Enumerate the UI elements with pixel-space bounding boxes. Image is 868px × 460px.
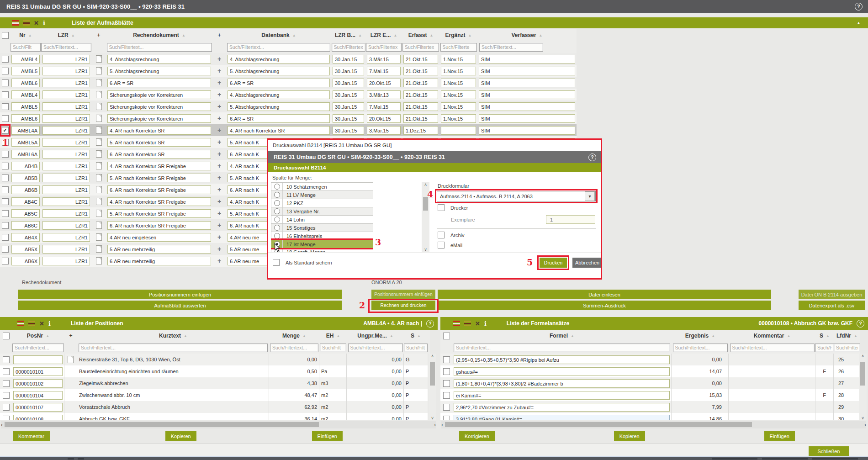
- select-all-checkbox[interactable]: [3, 333, 10, 339]
- cell-verfasser[interactable]: SIM: [479, 114, 575, 123]
- action-button[interactable]: Positionsnummern einfügen: [18, 290, 342, 299]
- filter-input-s[interactable]: [815, 344, 834, 352]
- cell-nr[interactable]: AMBL6: [11, 114, 40, 123]
- column-header-lzr-e[interactable]: LZR E...▲: [365, 29, 402, 41]
- action-button[interactable]: Aufmaßblatt auswerten: [18, 301, 342, 310]
- cell-rechendokument[interactable]: 6.AR = SR: [107, 79, 211, 87]
- scroll-up-icon[interactable]: ∧: [424, 182, 427, 187]
- scroll-down-icon[interactable]: ∨: [431, 416, 434, 420]
- filter-input-lzr[interactable]: [41, 43, 91, 52]
- action-button[interactable]: Summen-Ausdruck: [438, 301, 771, 310]
- radio-icon[interactable]: [274, 192, 280, 198]
- row-icon-cell[interactable]: [64, 413, 77, 420]
- cell-rechendokument[interactable]: 5. AR nach Korrektur SR Freigabe: [107, 174, 211, 182]
- cell-erfasst[interactable]: 21.Okt.15: [403, 114, 438, 123]
- row-checkbox[interactable]: [3, 392, 10, 399]
- cell-ergebnis[interactable]: 14,86: [672, 413, 729, 420]
- row-checkbox[interactable]: [443, 416, 450, 421]
- cell-menge[interactable]: 0,50: [269, 365, 319, 377]
- row-checkbox[interactable]: [2, 56, 9, 63]
- standard-checkbox[interactable]: [273, 259, 280, 266]
- positions-horizontal-scrollbar[interactable]: ‹ ›: [1, 421, 436, 428]
- cell-lzr[interactable]: LZR1: [42, 197, 90, 206]
- table-row[interactable]: ✓ AMBL4A LZR1 4. AR nach Korrektur SR + …: [0, 124, 577, 136]
- row-icon-cell[interactable]: [64, 365, 77, 377]
- row-checkbox[interactable]: [3, 416, 10, 421]
- abbrechen-button[interactable]: Abbrechen: [572, 258, 601, 268]
- cell-ungpr[interactable]: 0,00: [347, 389, 404, 401]
- row-checkbox[interactable]: [3, 380, 10, 387]
- cell-lzr-e[interactable]: 7.Mai.15: [367, 67, 401, 75]
- help-icon[interactable]: ?: [588, 153, 596, 161]
- cell-lzr[interactable]: LZR1: [42, 257, 90, 265]
- cell-erfasst[interactable]: 21.Okt.15: [403, 67, 438, 75]
- cell-lzr[interactable]: LZR1: [42, 102, 90, 111]
- filter-input-kurztext[interactable]: [79, 344, 268, 352]
- cell-kommentar[interactable]: [729, 389, 815, 401]
- close-icon[interactable]: ✕: [34, 20, 39, 26]
- column-header-ungpr[interactable]: Ungpr.Me...▲: [347, 330, 404, 342]
- plus-icon[interactable]: +: [217, 234, 221, 240]
- cell-lzr[interactable]: LZR1: [42, 233, 90, 242]
- plus-icon[interactable]: +: [217, 186, 221, 193]
- formula-row[interactable]: 2,96*2,70 #Vorzimmer zu Zubau#= 7,99 29: [440, 401, 860, 413]
- panel-button[interactable]: Kommentar: [13, 431, 50, 441]
- cell-nr[interactable]: AMBL6: [11, 79, 40, 87]
- column-header-lzr[interactable]: LZR▲: [41, 29, 91, 41]
- cell-eh[interactable]: [319, 354, 347, 365]
- cell-ergebnis[interactable]: 14,07: [672, 365, 729, 377]
- column-header-plus[interactable]: +: [64, 330, 77, 342]
- cell-rechendokument[interactable]: Sicherungskopie vor Korrekturen: [107, 114, 211, 123]
- cell-verfasser[interactable]: SIM: [479, 102, 575, 111]
- cell-lzr[interactable]: LZR1: [42, 221, 90, 230]
- cell-lzr-e[interactable]: 20.Okt.15: [367, 79, 401, 87]
- cell-ergebnis[interactable]: 15,83: [672, 389, 729, 401]
- plus-icon[interactable]: +: [217, 151, 221, 157]
- column-header-datenbank[interactable]: Datenbank▲: [226, 29, 331, 41]
- cell-lzr[interactable]: LZR1: [42, 174, 90, 182]
- cell-ergaenzt[interactable]: 1.Nov.15: [441, 102, 476, 111]
- cell-ungpr[interactable]: 0,00: [347, 401, 404, 413]
- cell-rechendokument[interactable]: Sicherungskopie vor Korrekturen: [107, 90, 211, 99]
- document-icon[interactable]: [96, 210, 102, 217]
- row-checkbox[interactable]: [2, 210, 9, 217]
- cell-formel[interactable]: 3,91*3,80 #Gang 01 Kamin#=: [454, 415, 670, 421]
- scroll-left-icon[interactable]: ‹: [1, 422, 3, 428]
- cell-rechendokument[interactable]: 5. Abschlagsrechnung: [107, 67, 211, 75]
- plus-icon[interactable]: +: [217, 127, 221, 133]
- row-checkbox[interactable]: [2, 246, 9, 253]
- row-checkbox[interactable]: [443, 368, 450, 375]
- filter-input-erfasst[interactable]: [402, 43, 439, 52]
- scroll-down-icon[interactable]: ∨: [861, 416, 864, 420]
- cell-verfasser[interactable]: SIM: [479, 90, 575, 99]
- cell-s[interactable]: G: [404, 354, 428, 365]
- cell-eh[interactable]: m2: [319, 389, 347, 401]
- menge-option[interactable]: 13 Vergabe Nr.: [271, 207, 373, 215]
- plus-icon[interactable]: +: [217, 79, 221, 86]
- cell-posnr[interactable]: 0000010108: [13, 415, 63, 421]
- filter-input-eh[interactable]: [320, 344, 346, 352]
- flag-olive-icon[interactable]: [23, 20, 30, 26]
- formula-row[interactable]: (1,80+1,80+0,47)*(3,98+3,80)/2 #Badezimm…: [440, 377, 860, 389]
- cell-datenbank[interactable]: 4. Abschlagsrechnung: [228, 90, 330, 99]
- document-icon[interactable]: [96, 138, 102, 146]
- plus-icon[interactable]: +: [217, 222, 221, 228]
- positions-vertical-scrollbar[interactable]: ∧ ∨: [429, 354, 436, 420]
- cell-lzr-e[interactable]: 3.Mär.15: [367, 126, 401, 135]
- table-row[interactable]: AMBL4 LZR1 4. Abschlagsrechnung + 4. Abs…: [0, 53, 577, 65]
- cell-lzr-b[interactable]: 30.Jan.15: [333, 67, 364, 75]
- plus-icon[interactable]: +: [217, 246, 221, 252]
- document-icon[interactable]: [96, 55, 102, 63]
- filter-input-formel[interactable]: [454, 344, 670, 352]
- cell-eh[interactable]: m3: [319, 377, 347, 389]
- filter-input-datenbank[interactable]: [227, 43, 330, 52]
- cell-datenbank[interactable]: 4. AR nach Korrektur SR: [228, 126, 330, 135]
- help-icon[interactable]: ?: [855, 3, 863, 11]
- table-row[interactable]: AMBL5 LZR1 5. Abschlagsrechnung + 5. Abs…: [0, 65, 577, 77]
- row-icon-cell[interactable]: [64, 389, 77, 401]
- row-checkbox[interactable]: [443, 404, 450, 411]
- cell-menge[interactable]: 62,92: [269, 401, 319, 413]
- cell-s[interactable]: P: [404, 377, 428, 389]
- cell-s[interactable]: P: [404, 365, 428, 377]
- position-row[interactable]: 0000010107 Vorsatzschale Abbruch 62,92 m…: [0, 401, 428, 413]
